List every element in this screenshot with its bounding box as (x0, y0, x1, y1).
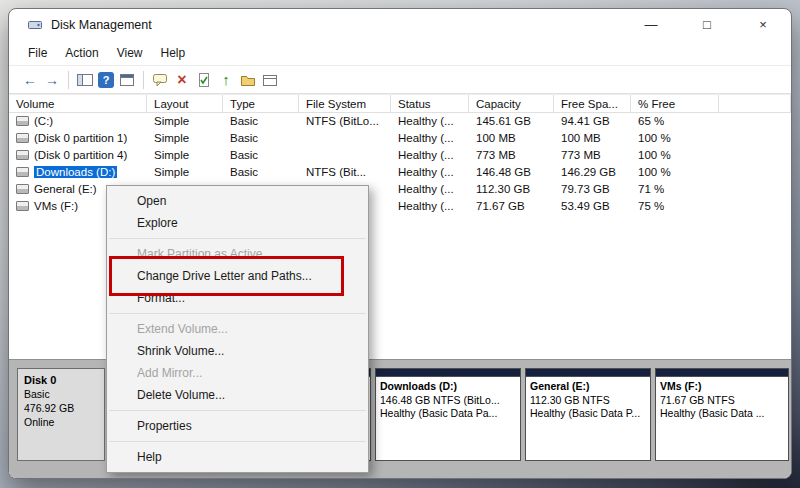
cell-type: Basic (223, 164, 299, 181)
volume-icon (16, 150, 29, 160)
column-header-file-system[interactable]: File System (299, 95, 391, 112)
back-icon[interactable]: ← (19, 69, 41, 91)
column-header-status[interactable]: Status (391, 95, 469, 112)
toolbar-separator (143, 71, 144, 89)
disk0-size: 476.92 GB (24, 401, 98, 415)
cell-free-space: 53.49 GB (554, 198, 631, 215)
menu-item-label: Mark Partition as Active (137, 247, 262, 261)
partition-status: Healthy (Basic Data ... (660, 407, 784, 421)
window-title: Disk Management (51, 18, 152, 32)
partition-color-strip (526, 369, 650, 377)
column-header-pct-free[interactable]: % Free (631, 95, 719, 112)
column-header-free-space[interactable]: Free Spa... (554, 95, 631, 112)
partition-vms[interactable]: VMs (F:) 71.67 GB NTFS Healthy (Basic Da… (655, 368, 789, 461)
menu-item-add-mirror: Add Mirror... (107, 362, 368, 384)
volume-name-selected: Downloads (D:) (34, 166, 117, 178)
view-box-icon[interactable] (259, 69, 281, 91)
delete-x-icon[interactable]: × (171, 69, 193, 91)
document-check-icon[interactable] (193, 69, 215, 91)
disk0-status: Online (24, 415, 98, 429)
menu-view[interactable]: View (108, 46, 152, 60)
cell-layout: Simple (147, 113, 223, 130)
menu-item-open[interactable]: Open (107, 190, 368, 212)
menu-item-explore[interactable]: Explore (107, 212, 368, 234)
partition-color-strip (376, 369, 520, 377)
menu-item-mark-partition-active: Mark Partition as Active (107, 243, 368, 265)
menu-separator (109, 441, 366, 442)
cell-file-system (299, 130, 391, 147)
disk0-name: Disk 0 (24, 373, 98, 387)
minimize-button[interactable]: — (623, 9, 679, 41)
menu-item-label: Change Drive Letter and Paths... (137, 269, 312, 283)
up-arrow-icon[interactable]: ↑ (215, 69, 237, 91)
menu-item-format[interactable]: Format... (107, 287, 368, 309)
menu-item-properties[interactable]: Properties (107, 415, 368, 437)
cell-file-system (299, 147, 391, 164)
disk-management-window: Disk Management — □ × File Action View H… (8, 8, 792, 479)
menu-item-extend-volume: Extend Volume... (107, 318, 368, 340)
partition-color-strip (656, 369, 788, 377)
menu-action[interactable]: Action (56, 46, 107, 60)
table-row-partition-1[interactable]: (Disk 0 partition 1) Simple Basic Health… (9, 130, 791, 147)
cell-status: Healthy (... (391, 164, 469, 181)
menu-item-label: Format... (137, 291, 185, 305)
menu-item-help[interactable]: Help (107, 446, 368, 468)
partition-status: Healthy (Basic Data Pa... (380, 407, 516, 421)
cell-file-system: NTFS (Bit... (299, 164, 391, 181)
column-header-type[interactable]: Type (223, 95, 299, 112)
cell-type: Basic (223, 113, 299, 130)
close-button[interactable]: × (735, 9, 791, 41)
menu-item-label: Explore (137, 216, 178, 230)
partition-general[interactable]: General (E:) 112.30 GB NTFS Healthy (Bas… (525, 368, 651, 461)
column-header-layout[interactable]: Layout (147, 95, 223, 112)
table-row-downloads-selected[interactable]: Downloads (D:) Simple Basic NTFS (Bit...… (9, 164, 791, 181)
help-icon[interactable]: ? (96, 69, 116, 91)
console-tree-icon[interactable] (74, 69, 96, 91)
cell-status: Healthy (... (391, 113, 469, 130)
forward-icon[interactable]: → (41, 69, 63, 91)
column-header-volume[interactable]: Volume (9, 95, 147, 112)
menu-item-delete-volume[interactable]: Delete Volume... (107, 384, 368, 406)
cell-pct-free: 65 % (631, 113, 719, 130)
volume-name: General (E:) (34, 183, 97, 195)
volume-icon (16, 133, 29, 143)
volume-icon (16, 201, 29, 211)
menu-item-change-drive-letter[interactable]: Change Drive Letter and Paths... (107, 265, 368, 287)
speech-bubble-icon[interactable] (149, 69, 171, 91)
partition-status: Healthy (Basic Data P... (530, 407, 646, 421)
table-row-partition-4[interactable]: (Disk 0 partition 4) Simple Basic Health… (9, 147, 791, 164)
disk-management-icon (27, 17, 43, 33)
cell-layout: Simple (147, 164, 223, 181)
disk0-type: Basic (24, 387, 98, 401)
cell-status: Healthy (... (391, 130, 469, 147)
volume-icon (16, 116, 29, 126)
titlebar: Disk Management — □ × (9, 9, 791, 41)
cell-file-system: NTFS (BitLo... (299, 113, 391, 130)
folder-icon[interactable] (237, 69, 259, 91)
context-menu: Open Explore Mark Partition as Active Ch… (106, 185, 369, 473)
cell-capacity: 146.48 GB (469, 164, 554, 181)
menu-item-shrink-volume[interactable]: Shrink Volume... (107, 340, 368, 362)
partition-detail: 112.30 GB NTFS (530, 394, 646, 408)
menu-separator (109, 313, 366, 314)
volume-name: VMs (F:) (34, 200, 78, 212)
cell-layout: Simple (147, 130, 223, 147)
table-row-c[interactable]: (C:) Simple Basic NTFS (BitLo... Healthy… (9, 113, 791, 130)
partition-downloads[interactable]: Downloads (D:) 146.48 GB NTFS (BitLo... … (375, 368, 521, 461)
menu-help[interactable]: Help (152, 46, 195, 60)
properties-window-icon[interactable] (116, 69, 138, 91)
window-controls: — □ × (623, 9, 791, 41)
column-header-filler (719, 95, 791, 112)
volume-icon (16, 184, 29, 194)
disk0-panel[interactable]: Disk 0 Basic 476.92 GB Online (17, 368, 105, 461)
maximize-button[interactable]: □ (679, 9, 735, 41)
cell-free-space: 773 MB (554, 147, 631, 164)
menu-file[interactable]: File (19, 46, 56, 60)
menu-separator (109, 238, 366, 239)
partition-name: VMs (F:) (660, 380, 784, 394)
cell-free-space: 100 MB (554, 130, 631, 147)
cell-pct-free: 100 % (631, 164, 719, 181)
cell-free-space: 146.29 GB (554, 164, 631, 181)
column-header-capacity[interactable]: Capacity (469, 95, 554, 112)
cell-status: Healthy (... (391, 147, 469, 164)
